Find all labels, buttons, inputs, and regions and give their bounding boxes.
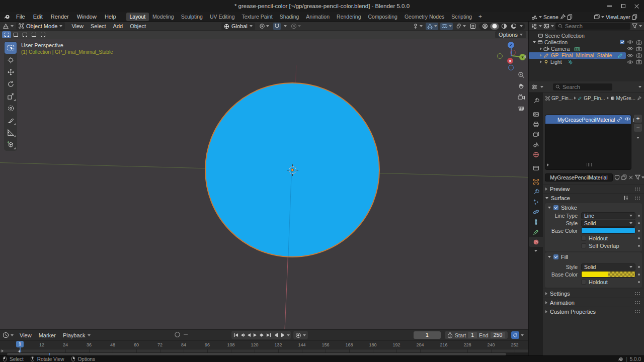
menu-object[interactable]: Object (126, 23, 149, 29)
panel-preview[interactable]: Preview (543, 184, 644, 193)
stroke-base-color-swatch[interactable] (581, 227, 635, 234)
snap-toggle[interactable] (273, 23, 281, 30)
menu-view[interactable]: View (68, 23, 87, 29)
keying-set-controls[interactable] (174, 331, 188, 338)
tab-output[interactable] (529, 119, 543, 129)
workspace-tab-compositing[interactable]: Compositing (365, 13, 401, 21)
auto-keyframe-toggle[interactable] (293, 331, 308, 339)
timeline-menu-view[interactable]: View (16, 332, 35, 338)
play-button[interactable] (252, 331, 259, 339)
outliner-label[interactable]: Collection (544, 39, 568, 45)
shading-material-button[interactable] (500, 23, 509, 30)
select-mode-intersect[interactable] (38, 31, 47, 38)
tool-add-cube[interactable] (5, 138, 17, 150)
workspace-tab-scripting[interactable]: Scripting (448, 13, 475, 21)
fill-base-color-swatch[interactable] (581, 271, 635, 278)
render-visibility-icon[interactable] (636, 59, 642, 64)
tab-tool[interactable] (529, 96, 543, 106)
playhead-label[interactable]: 1 (16, 341, 24, 347)
select-mode-set[interactable] (2, 31, 11, 38)
hide-eye-icon[interactable] (627, 46, 633, 51)
pin-icon[interactable] (637, 96, 641, 101)
select-mode-extend[interactable] (11, 31, 20, 38)
outliner-search[interactable]: Search (555, 23, 630, 30)
hide-eye-icon[interactable] (627, 53, 633, 58)
pin-icon[interactable] (560, 14, 566, 20)
stroke-style-dropdown[interactable]: Solid (581, 220, 635, 227)
viewport-canvas[interactable]: User Perspective (1) Collection | GP_Fin… (0, 39, 528, 329)
breadcrumb-data[interactable]: GP_Fin... (584, 96, 605, 101)
next-keyframe-button[interactable] (259, 331, 265, 339)
material-specials-dropdown[interactable] (635, 174, 644, 180)
gizmo-x-neg-ball[interactable] (510, 50, 516, 55)
fill-subpanel-header[interactable]: Fill (545, 252, 642, 261)
maximize-button[interactable] (617, 0, 630, 12)
line-type-dropdown[interactable]: Line (581, 212, 635, 219)
list-resize-grip[interactable] (587, 163, 592, 166)
outliner-label[interactable]: Camera (551, 46, 570, 52)
pan-view-button[interactable] (516, 81, 526, 91)
workspace-tab-modeling[interactable]: Modeling (149, 13, 178, 21)
workspace-tab-uv-editing[interactable]: UV Editing (206, 13, 238, 21)
shading-solid-button[interactable] (490, 23, 499, 30)
breadcrumb-material[interactable]: MyGre... (616, 96, 635, 101)
viewlayer-name[interactable]: ViewLayer (606, 14, 630, 20)
tab-modifiers[interactable] (529, 187, 543, 197)
outliner-label[interactable]: Light (550, 59, 562, 65)
ortho-toggle-button[interactable] (516, 103, 526, 113)
gizmo-x-ball[interactable]: X (507, 58, 513, 64)
tab-collection[interactable] (529, 163, 543, 173)
add-workspace-button[interactable]: + (475, 13, 485, 20)
panel-animation[interactable]: Animation (543, 298, 644, 307)
panel-grip[interactable] (634, 301, 641, 305)
shading-wireframe-button[interactable] (480, 23, 490, 30)
menu-select[interactable]: Select (87, 23, 110, 29)
animate-dot[interactable] (638, 274, 640, 276)
tab-object-data[interactable] (529, 227, 543, 237)
tool-cursor[interactable] (5, 54, 17, 66)
expand-arrow-icon[interactable] (540, 47, 542, 50)
new-viewlayer-icon[interactable] (632, 14, 637, 20)
chevron-down-icon[interactable] (539, 25, 542, 27)
animate-dot[interactable] (638, 237, 640, 239)
outliner-row-scene-collection[interactable]: Scene Collection (529, 32, 644, 39)
close-button[interactable] (630, 0, 643, 12)
tab-physics[interactable] (529, 207, 543, 217)
new-scene-icon[interactable] (567, 14, 573, 20)
workspace-tab-geometry-nodes[interactable]: Geometry Nodes (401, 13, 448, 21)
snap-options-chevron[interactable] (284, 25, 287, 27)
tab-world[interactable] (529, 149, 543, 159)
tab-particles[interactable] (529, 197, 543, 207)
proportional-editing-dropdown[interactable] (290, 23, 302, 30)
timeline-menu-marker[interactable]: Marker (35, 332, 59, 338)
timeline-menu-playback[interactable]: Playback (59, 332, 94, 338)
animate-dot[interactable] (638, 281, 640, 283)
gizmos-dropdown[interactable] (412, 23, 424, 30)
hide-eye-icon[interactable] (627, 60, 633, 64)
orientation-dropdown[interactable]: Global (221, 23, 255, 30)
expand-arrow-icon[interactable] (533, 41, 536, 43)
animate-dot[interactable] (638, 230, 640, 232)
toggle-xray-button[interactable] (469, 23, 477, 30)
step-options-chevron[interactable] (287, 334, 290, 336)
fake-user-button[interactable] (614, 174, 620, 180)
scene-selector[interactable]: Scene (531, 13, 591, 21)
workspace-tab-texture-paint[interactable]: Texture Paint (238, 13, 276, 21)
panel-grip[interactable] (634, 187, 641, 191)
chevron-down-icon[interactable] (639, 25, 642, 27)
tool-move[interactable] (5, 66, 17, 78)
expand-arrow-icon[interactable] (540, 54, 542, 57)
properties-options-chevron[interactable] (638, 86, 641, 88)
hide-eye-icon[interactable] (627, 40, 633, 44)
zoom-view-button[interactable] (516, 70, 526, 80)
collection-checkbox[interactable] (620, 40, 624, 44)
add-slot-button[interactable]: + (634, 115, 642, 123)
tab-constraints[interactable] (529, 217, 543, 227)
jump-to-start-button[interactable] (232, 331, 239, 339)
tool-annotate[interactable] (5, 114, 17, 126)
overlays-dropdown[interactable] (426, 23, 438, 30)
fill-style-dropdown[interactable]: Solid (581, 263, 635, 270)
outliner-row-collection[interactable]: Collection (529, 39, 644, 45)
display-mode-icon[interactable] (543, 23, 549, 29)
gizmo-z-ball[interactable]: Z (508, 42, 514, 48)
